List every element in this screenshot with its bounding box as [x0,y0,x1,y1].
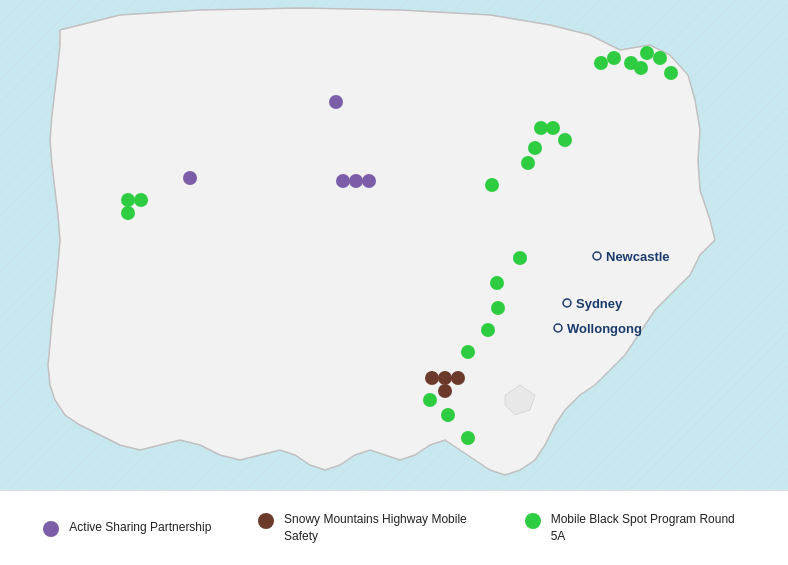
purple-dot [362,174,376,188]
green-dot [546,121,560,135]
purple-dot [329,95,343,109]
wollongong-label: Wollongong [567,321,642,336]
green-dot [491,301,505,315]
green-dot [481,323,495,337]
green-dot [558,133,572,147]
green-dot [485,178,499,192]
purple-dot [336,174,350,188]
legend-label-brown: Snowy Mountains Highway Mobile Safety [284,511,478,545]
legend: Active Sharing Partnership Snowy Mountai… [0,490,788,565]
legend-item-purple: Active Sharing Partnership [43,519,211,537]
legend-dot-purple [43,521,59,537]
legend-dot-brown [258,513,274,529]
green-dot [607,51,621,65]
legend-item-green: Mobile Black Spot Program Round 5A [525,511,745,545]
legend-label-purple: Active Sharing Partnership [69,519,211,536]
brown-dot [438,384,452,398]
green-dot [640,46,654,60]
green-dot [664,66,678,80]
brown-dot [451,371,465,385]
map-container: Newcastle Sydney Wollongong [0,0,788,490]
green-dot [121,193,135,207]
green-dot [441,408,455,422]
green-dot [121,206,135,220]
legend-item-brown: Snowy Mountains Highway Mobile Safety [258,511,478,545]
green-dot [461,431,475,445]
green-dot [423,393,437,407]
purple-dot [349,174,363,188]
brown-dot [438,371,452,385]
green-dot [534,121,548,135]
green-dot [594,56,608,70]
purple-dot [183,171,197,185]
green-dot [461,345,475,359]
sydney-label: Sydney [576,296,623,311]
green-dot [634,61,648,75]
green-dot [490,276,504,290]
green-dot [653,51,667,65]
green-dot [513,251,527,265]
brown-dot [425,371,439,385]
green-dot [521,156,535,170]
green-dot [528,141,542,155]
green-dot [134,193,148,207]
legend-dot-green [525,513,541,529]
newcastle-label: Newcastle [606,249,670,264]
legend-label-green: Mobile Black Spot Program Round 5A [551,511,745,545]
